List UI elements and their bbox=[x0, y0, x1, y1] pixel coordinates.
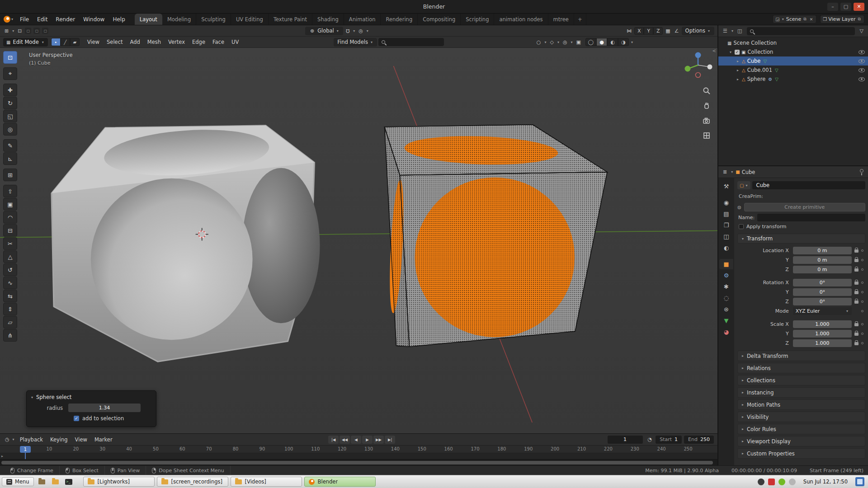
apply-transform-checkbox[interactable] bbox=[739, 224, 744, 229]
start-frame-field[interactable]: Start 1 bbox=[656, 436, 682, 444]
taskbar-window-blender[interactable]: Blender bbox=[304, 477, 376, 487]
outliner-search-input[interactable] bbox=[747, 27, 854, 35]
scene-browse-icon[interactable]: ◲ bbox=[775, 17, 779, 22]
timeline-menu-playback[interactable]: Playback bbox=[16, 436, 47, 443]
hide-in-viewport-toggle[interactable] bbox=[859, 50, 865, 54]
mirror-y-toggle[interactable]: Y bbox=[644, 27, 653, 35]
bevel-tool-button[interactable]: ◠ bbox=[3, 211, 17, 224]
close-button[interactable]: ✕ bbox=[854, 3, 864, 11]
timeline-scrollbar[interactable] bbox=[0, 459, 717, 465]
zoom-icon[interactable] bbox=[703, 87, 711, 95]
inset-faces-tool-button[interactable]: ▣ bbox=[3, 198, 17, 211]
lock-icon[interactable] bbox=[854, 282, 859, 285]
viewport-menu-select[interactable]: Select bbox=[103, 39, 126, 45]
operator-panel[interactable]: ▾ Sphere select radius 1.34 ✓ add to sel… bbox=[26, 390, 156, 427]
outliner-row-cube-001[interactable]: ▸△Cube.001▽ bbox=[718, 66, 868, 75]
editor-type-icon[interactable]: ⊞ bbox=[3, 28, 10, 34]
timeline-menu-marker[interactable]: Marker bbox=[91, 436, 116, 443]
measure-tool-button[interactable]: ⊾ bbox=[3, 152, 17, 165]
minimize-button[interactable]: – bbox=[827, 3, 838, 11]
animate-dot-icon[interactable] bbox=[861, 333, 863, 335]
panel-disclosure-icon[interactable]: ▾ bbox=[31, 395, 33, 399]
tab-compositing[interactable]: Compositing bbox=[418, 14, 461, 25]
animate-dot-icon[interactable] bbox=[861, 291, 863, 293]
primitive-name-input[interactable] bbox=[757, 214, 865, 221]
cursor-tool-button[interactable]: ⌖ bbox=[3, 67, 17, 80]
z-field[interactable]: 0° bbox=[793, 298, 852, 305]
add-workspace-button[interactable]: + bbox=[574, 14, 586, 25]
filter-funnel-icon[interactable]: ▽ bbox=[859, 28, 865, 34]
new-scene-icon[interactable]: ⧉ bbox=[802, 17, 807, 22]
lock-icon[interactable] bbox=[854, 291, 859, 294]
rotate-tool-button[interactable]: ↻ bbox=[3, 97, 17, 109]
titlebar[interactable]: Blender – ▢ ✕ bbox=[0, 0, 868, 14]
menu-help[interactable]: Help bbox=[108, 14, 129, 25]
tab-texture-paint[interactable]: Texture Paint bbox=[269, 14, 312, 25]
scale-x-field[interactable]: 1.000 bbox=[793, 320, 852, 328]
lock-icon[interactable] bbox=[854, 268, 859, 272]
tab-uv-editing[interactable]: UV Editing bbox=[231, 14, 269, 25]
menu-render[interactable]: Render bbox=[52, 14, 79, 25]
material-properties-tab[interactable]: ◕ bbox=[719, 327, 733, 337]
timeline-ruler[interactable]: 1020304050607080901001101201301401501601… bbox=[0, 446, 717, 453]
shield-tray-icon[interactable] bbox=[768, 479, 775, 485]
loop-cut-tool-button[interactable]: ⊟ bbox=[3, 224, 17, 237]
preview-range-icon[interactable]: ◔ bbox=[646, 436, 654, 442]
find-models-dropdown[interactable]: Find Models ▾ bbox=[334, 38, 377, 47]
terminal-launcher[interactable]: >_ bbox=[63, 477, 75, 487]
3d-viewport[interactable]: ⊡⌖✚↻◱◎✎⊾⊞⇧▣◠⊟✂△↺∿⇆⇕▱⋔ User Perspective (… bbox=[0, 48, 717, 433]
region-collapse-icon[interactable]: < bbox=[712, 48, 716, 53]
tab-mtree[interactable]: mtree bbox=[548, 14, 574, 25]
section-delta-transform[interactable]: ▸Delta Transform bbox=[737, 351, 865, 361]
world-properties-tab[interactable]: ◐ bbox=[719, 243, 733, 253]
tab-modeling[interactable]: Modeling bbox=[162, 14, 196, 25]
object-properties-tab[interactable]: ■ bbox=[719, 259, 733, 269]
extrude-region-tool-button[interactable]: ⇧ bbox=[3, 185, 17, 197]
location-x-field[interactable]: 0 m bbox=[793, 247, 852, 254]
scale-tool-button[interactable]: ◱ bbox=[3, 110, 17, 122]
section-instancing[interactable]: ▸Instancing bbox=[737, 387, 865, 398]
radius-field[interactable]: 1.34 bbox=[68, 404, 141, 412]
properties-editor-icon[interactable]: ≣ bbox=[722, 169, 728, 175]
lock-icon[interactable] bbox=[854, 323, 859, 326]
viewport-menu-mesh[interactable]: Mesh bbox=[144, 39, 165, 45]
rendered-shading-button[interactable]: ◑ bbox=[618, 38, 629, 46]
modifiers-properties-tab[interactable]: ⚙ bbox=[719, 270, 733, 281]
timeline-expand-icon[interactable]: ▸ bbox=[1, 454, 3, 458]
y-field[interactable]: 1.000 bbox=[793, 330, 852, 338]
animate-dot-icon[interactable] bbox=[861, 310, 863, 312]
section-color-rules[interactable]: ▸Color Rules bbox=[737, 424, 865, 434]
tab-animation[interactable]: Animation bbox=[344, 14, 381, 25]
pan-hand-icon[interactable] bbox=[703, 102, 711, 110]
animate-dot-icon[interactable] bbox=[861, 342, 863, 344]
taskbar-window--lightworks-[interactable]: [Lightworks] bbox=[83, 477, 155, 487]
object-name-field[interactable]: Cube bbox=[752, 181, 865, 189]
material-shading-button[interactable]: ◐ bbox=[607, 38, 618, 46]
animate-dot-icon[interactable] bbox=[861, 300, 863, 303]
angle-snap-icon[interactable]: ∠ bbox=[673, 28, 680, 34]
lock-icon[interactable] bbox=[854, 300, 859, 304]
viewport-menu-add[interactable]: Add bbox=[127, 39, 144, 45]
maximize-button[interactable]: ▢ bbox=[840, 3, 851, 11]
previous-keyframe-button[interactable]: ◀◀ bbox=[340, 436, 350, 444]
y-field[interactable]: 0 m bbox=[793, 256, 852, 264]
viewport-canvas[interactable] bbox=[0, 48, 717, 433]
lock-icon[interactable] bbox=[854, 259, 859, 262]
grid-snap-icon[interactable]: ▦ bbox=[664, 28, 671, 34]
mirror-z-toggle[interactable]: Z bbox=[653, 27, 663, 35]
proportional-editing-icon[interactable]: ◎ bbox=[357, 28, 364, 34]
animate-dot-icon[interactable] bbox=[861, 249, 863, 252]
create-primitive-button[interactable]: Create primitive bbox=[744, 203, 865, 211]
mode-dropdown[interactable]: XYZ Euler▾ bbox=[793, 307, 852, 315]
timeline-track-area[interactable]: 1020304050607080901001101201301401501601… bbox=[0, 446, 717, 459]
transform-orientation-dropdown[interactable]: ⊕ Global ▾ bbox=[305, 27, 343, 35]
view-layer-properties-tab[interactable]: ❐ bbox=[719, 220, 733, 230]
tab-layout[interactable]: Layout bbox=[135, 14, 162, 25]
snap-magnet-icon[interactable]: Ω bbox=[344, 28, 351, 34]
solid-shading-button[interactable]: ● bbox=[596, 38, 607, 46]
outliner-row-scene-collection[interactable]: ▦Scene Collection bbox=[718, 38, 868, 47]
volume-tray-icon[interactable] bbox=[789, 479, 796, 485]
end-frame-field[interactable]: End 250 bbox=[684, 436, 714, 444]
desktop-menu-button[interactable]: Menu bbox=[2, 477, 34, 486]
hide-in-viewport-toggle[interactable] bbox=[859, 77, 865, 81]
